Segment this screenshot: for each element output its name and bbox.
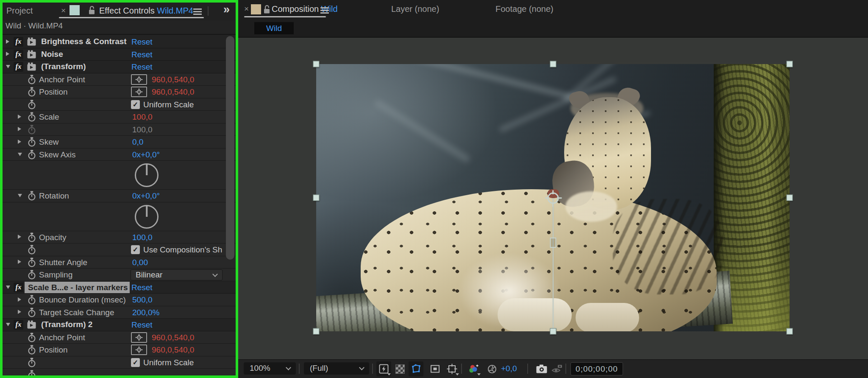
property-value[interactable]: 0x+0,0° bbox=[132, 190, 160, 202]
resolution-select[interactable]: (Full) bbox=[304, 362, 369, 375]
fx-badge-icon[interactable]: fx bbox=[14, 50, 23, 59]
twirl-down-icon[interactable] bbox=[18, 153, 22, 156]
twirl-right-icon[interactable] bbox=[18, 235, 21, 239]
twirl-right-icon[interactable] bbox=[18, 140, 21, 144]
selected-effect-name[interactable]: Scale B...e - layer markers bbox=[25, 282, 130, 293]
stopwatch-icon[interactable] bbox=[28, 87, 36, 99]
fx-badge-icon[interactable]: fx bbox=[14, 37, 23, 47]
mask-shape-visibility-button[interactable] bbox=[409, 361, 423, 376]
effect-point-button[interactable] bbox=[131, 87, 147, 97]
fast-previews-button[interactable] bbox=[376, 361, 391, 376]
stopwatch-icon[interactable] bbox=[28, 245, 36, 257]
twirl-down-icon[interactable] bbox=[6, 323, 10, 326]
property-value[interactable]: 100,0 bbox=[132, 231, 153, 244]
rotation-dial[interactable] bbox=[135, 163, 159, 187]
panel-menu-icon[interactable] bbox=[320, 7, 329, 14]
property-value[interactable]: 0,0 bbox=[132, 136, 143, 148]
effect-name[interactable]: Noise bbox=[41, 48, 63, 60]
effect-name[interactable]: Brightness & Contrast bbox=[41, 36, 127, 48]
effect-name[interactable]: (Transform) 2 bbox=[41, 319, 92, 330]
stopwatch-icon[interactable] bbox=[28, 112, 36, 124]
exposure-value[interactable]: +0,0 bbox=[501, 364, 517, 373]
stopwatch-icon[interactable] bbox=[28, 232, 36, 244]
effect-name[interactable]: (Transform) bbox=[41, 61, 86, 73]
stopwatch-icon[interactable] bbox=[28, 191, 36, 203]
panel-color-chip[interactable] bbox=[251, 4, 261, 14]
checkbox-checked[interactable]: ✓ bbox=[131, 358, 140, 367]
reset-link[interactable]: Reset bbox=[131, 48, 153, 61]
reset-link[interactable]: Reset bbox=[131, 61, 153, 73]
unlock-icon[interactable] bbox=[88, 6, 95, 17]
reset-link[interactable]: Reset bbox=[131, 319, 153, 331]
transparency-grid-button[interactable] bbox=[392, 361, 407, 376]
stopwatch-icon[interactable] bbox=[28, 75, 36, 87]
close-icon[interactable]: × bbox=[244, 4, 249, 14]
tab-effect-controls[interactable]: Effect Controls Wild.MP4 bbox=[99, 6, 193, 16]
twirl-right-icon[interactable] bbox=[18, 127, 21, 131]
fx-badge-icon[interactable]: fx bbox=[14, 283, 23, 292]
anchor-point-widget[interactable] bbox=[547, 192, 559, 204]
channel-color-management-button[interactable] bbox=[466, 361, 481, 376]
reset-link[interactable]: Reset bbox=[131, 281, 153, 294]
close-icon[interactable]: × bbox=[61, 6, 66, 15]
reset-link[interactable]: Reset bbox=[131, 36, 153, 48]
region-of-interest-button[interactable] bbox=[428, 361, 442, 376]
property-value[interactable]: 100,0 bbox=[132, 111, 153, 123]
selection-handle[interactable] bbox=[787, 61, 793, 67]
sampling-dropdown[interactable]: Bilinear bbox=[131, 269, 223, 280]
selection-handle[interactable] bbox=[787, 195, 793, 201]
property-value[interactable]: 960,0,540,0 bbox=[152, 344, 194, 356]
rotation-dial[interactable] bbox=[135, 205, 159, 229]
property-value[interactable]: 500,0 bbox=[132, 294, 153, 306]
fx-badge-icon[interactable]: fx bbox=[14, 320, 23, 330]
overflow-chevrons-icon[interactable]: » bbox=[223, 3, 230, 16]
fx-badge-icon[interactable]: fx bbox=[14, 62, 23, 72]
transform-axis-line[interactable] bbox=[553, 198, 554, 332]
composition-viewer[interactable] bbox=[238, 38, 868, 359]
stopwatch-icon[interactable] bbox=[28, 100, 36, 112]
stopwatch-icon[interactable] bbox=[28, 333, 36, 344]
stopwatch-icon[interactable] bbox=[28, 258, 36, 269]
stopwatch-icon[interactable] bbox=[28, 125, 36, 137]
grid-and-guides-button[interactable] bbox=[445, 361, 459, 376]
tab-project[interactable]: Project bbox=[6, 6, 33, 16]
stopwatch-icon[interactable] bbox=[28, 308, 36, 319]
selection-handle[interactable] bbox=[313, 61, 320, 67]
viewer-tab-wild[interactable]: Wild bbox=[254, 22, 294, 34]
selection-handle[interactable] bbox=[550, 328, 556, 335]
magnification-select[interactable]: 100% bbox=[244, 362, 296, 375]
selection-handle[interactable] bbox=[550, 61, 556, 67]
tab-layer[interactable]: Layer (none) bbox=[391, 4, 439, 14]
panel-color-chip[interactable] bbox=[70, 5, 80, 15]
twirl-down-icon[interactable] bbox=[18, 194, 22, 197]
snapshot-button[interactable] bbox=[534, 361, 549, 376]
twirl-right-icon[interactable] bbox=[6, 52, 9, 56]
stopwatch-icon[interactable] bbox=[28, 370, 36, 378]
stopwatch-icon[interactable] bbox=[28, 137, 36, 149]
panel-menu-icon[interactable] bbox=[193, 8, 202, 15]
selection-handle[interactable] bbox=[787, 328, 793, 335]
stopwatch-icon[interactable] bbox=[28, 295, 36, 307]
property-value[interactable]: 100,0 bbox=[132, 123, 153, 136]
property-value[interactable]: 0x+0,0° bbox=[132, 148, 160, 161]
twirl-right-icon[interactable] bbox=[6, 39, 9, 44]
transform-handle-box[interactable] bbox=[550, 238, 556, 248]
tab-footage[interactable]: Footage (none) bbox=[495, 4, 554, 14]
stopwatch-icon[interactable] bbox=[28, 270, 36, 282]
selection-handle[interactable] bbox=[313, 328, 320, 335]
twirl-down-icon[interactable] bbox=[6, 65, 10, 68]
stopwatch-icon[interactable] bbox=[28, 345, 36, 357]
property-value[interactable]: 0,00 bbox=[132, 256, 148, 269]
twirl-right-icon[interactable] bbox=[18, 115, 21, 119]
stopwatch-icon[interactable] bbox=[28, 358, 36, 370]
property-value[interactable]: 960,0,540,0 bbox=[152, 86, 194, 98]
timecode-field[interactable]: 0;00;00;00 bbox=[570, 362, 623, 375]
show-snapshot-button[interactable] bbox=[550, 361, 565, 376]
twirl-right-icon[interactable] bbox=[18, 260, 21, 264]
selection-handle[interactable] bbox=[313, 195, 320, 201]
twirl-down-icon[interactable] bbox=[6, 286, 10, 289]
checkbox-checked[interactable]: ✓ bbox=[131, 100, 140, 109]
unlock-icon[interactable] bbox=[263, 5, 270, 16]
effect-point-button[interactable] bbox=[131, 332, 147, 343]
property-value[interactable]: 960,0,540,0 bbox=[152, 331, 194, 344]
